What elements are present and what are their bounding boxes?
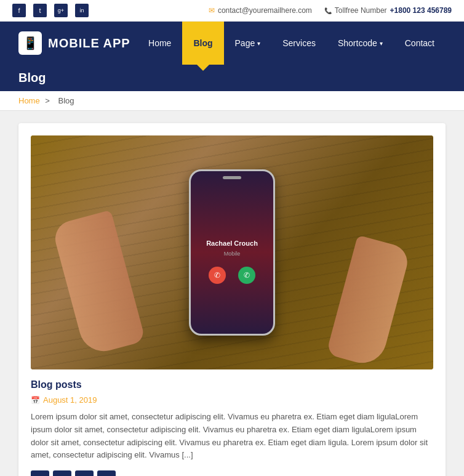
decline-button: ✆ — [209, 267, 226, 284]
blog-title: Blog posts — [31, 379, 433, 390]
email-info: contact@youremailhere.com — [209, 6, 312, 15]
nav-services[interactable]: Services — [271, 22, 327, 65]
breadcrumb-current: Blog — [58, 96, 74, 105]
phone-screen: Rachael Crouch Mobile ✆ ✆ — [191, 171, 273, 334]
digg-share-icon[interactable]: digg — [97, 470, 116, 476]
social-links: f t g+ in — [12, 4, 89, 17]
blog-card: Rachael Crouch Mobile ✆ ✆ Blog posts 📅 A… — [18, 123, 446, 476]
nav-contact[interactable]: Contact — [394, 22, 446, 65]
logo-text: MOBILE APP — [48, 36, 130, 50]
nav-home[interactable]: Home — [137, 22, 182, 65]
calendar-icon: 📅 — [31, 396, 40, 405]
nav-page[interactable]: Page ▾ — [224, 22, 272, 65]
main-nav: Home Blog Page ▾ Services Shortcode ▾ Co… — [137, 22, 446, 65]
blog-date-value: August 1, 2019 — [43, 395, 97, 405]
page-title-bar: Blog — [0, 65, 464, 91]
blog-image: Rachael Crouch Mobile ✆ ✆ — [31, 135, 433, 369]
linkedin-topbar-icon[interactable]: in — [75, 4, 89, 17]
tollfree-label: Tollfree Number — [335, 6, 387, 15]
googleplus-topbar-icon[interactable]: g+ — [54, 4, 68, 17]
call-buttons: ✆ ✆ — [209, 267, 255, 284]
share-icons: f in t digg — [31, 470, 433, 476]
caller-name: Rachael Crouch — [206, 240, 258, 247]
blog-excerpt: Lorem ipsum dolor sit amet, consectetur … — [31, 411, 433, 462]
page-chevron: ▾ — [257, 40, 260, 47]
top-bar: f t g+ in contact@youremailhere.com Toll… — [0, 0, 464, 22]
blog-date: 📅 August 1, 2019 — [31, 395, 433, 405]
phone-container: Rachael Crouch Mobile ✆ ✆ — [189, 169, 275, 336]
twitter-topbar-icon[interactable]: t — [33, 4, 47, 17]
breadcrumb-home[interactable]: Home — [18, 96, 40, 105]
phone-number: +1800 123 456789 — [390, 6, 452, 15]
accept-button: ✆ — [238, 267, 255, 284]
breadcrumb: Home > Blog — [0, 91, 464, 111]
phone: Rachael Crouch Mobile ✆ ✆ — [189, 169, 275, 336]
contact-info: contact@youremailhere.com Tollfree Numbe… — [209, 6, 452, 15]
email-icon — [209, 6, 215, 15]
facebook-topbar-icon[interactable]: f — [12, 4, 26, 17]
twitter-share-icon[interactable]: t — [75, 470, 94, 476]
phone-icon — [324, 7, 332, 14]
email-address: contact@youremailhere.com — [218, 6, 312, 15]
phone-info: Tollfree Number +1800 123 456789 — [324, 6, 452, 15]
nav-blog[interactable]: Blog — [182, 22, 223, 65]
nav-shortcode[interactable]: Shortcode ▾ — [327, 22, 394, 65]
blog-image-inner: Rachael Crouch Mobile ✆ ✆ — [31, 135, 433, 369]
phone-speaker — [223, 176, 241, 179]
logo-icon: 📱 — [18, 31, 42, 55]
main-content: Rachael Crouch Mobile ✆ ✆ Blog posts 📅 A… — [0, 111, 464, 476]
page-title: Blog — [18, 71, 46, 84]
shortcode-chevron: ▾ — [380, 40, 383, 47]
breadcrumb-separator: > — [45, 96, 50, 105]
caller-sub: Mobile — [224, 251, 241, 257]
header: 📱 MOBILE APP Home Blog Page ▾ Services S… — [0, 22, 464, 65]
linkedin-share-icon[interactable]: in — [53, 470, 71, 476]
facebook-share-icon[interactable]: f — [31, 470, 49, 476]
logo: 📱 MOBILE APP — [18, 31, 130, 55]
